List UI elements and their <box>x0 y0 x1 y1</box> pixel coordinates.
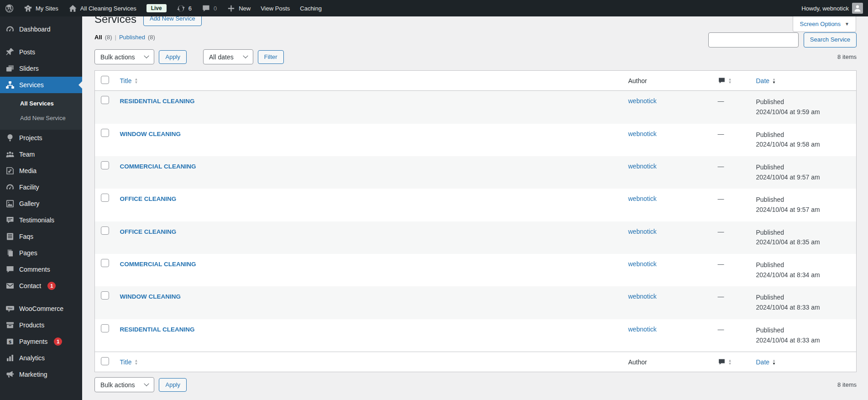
row-date-cell: Published2024/10/04 at 9:57 am <box>752 189 857 221</box>
date-filter-select[interactable]: All dates <box>203 49 253 64</box>
sidebar-item-dashboard[interactable]: Dashboard <box>0 21 82 37</box>
filter-all-count: (8) <box>105 34 112 41</box>
author-link[interactable]: webnotick <box>628 130 657 137</box>
comments-value: — <box>718 195 724 202</box>
author-link[interactable]: webnotick <box>628 260 657 268</box>
submenu-item-all-services[interactable]: All Services <box>0 96 82 111</box>
row-checkbox[interactable] <box>101 194 109 202</box>
chevron-down-icon <box>144 53 149 58</box>
service-title-link[interactable]: RESIDENTIAL CLEANING <box>120 98 195 105</box>
author-link[interactable]: webnotick <box>628 163 657 170</box>
howdy-text: Howdy, webnotick <box>801 5 849 12</box>
row-checkbox[interactable] <box>101 96 109 104</box>
row-checkbox[interactable] <box>101 324 109 332</box>
date-filter-value: All dates <box>209 53 234 61</box>
admin-bar-item-comments[interactable]: 0 <box>197 0 222 16</box>
admin-bar-item-wordpress-logo[interactable] <box>0 0 19 16</box>
balloon-icon <box>5 133 15 142</box>
sidebar-item-label: Projects <box>19 133 42 142</box>
sidebar-item-label: Faqs <box>19 232 33 241</box>
row-checkbox[interactable] <box>101 291 109 300</box>
row-author-cell: webnotick <box>624 189 713 221</box>
filter-all-link[interactable]: All <box>94 34 102 41</box>
table-row: WINDOW CLEANINGwebnotick—Published2024/1… <box>95 286 857 319</box>
sidebar-item-sliders[interactable]: Sliders <box>0 60 82 77</box>
bulk-actions-select[interactable]: Bulk actions <box>94 49 154 64</box>
author-link[interactable]: webnotick <box>628 228 657 235</box>
sidebar-item-services[interactable]: Services <box>0 77 82 93</box>
select-all-checkbox[interactable] <box>101 357 109 365</box>
service-title-link[interactable]: WINDOW CLEANING <box>120 293 181 300</box>
sort-arrows-icon: ▲▼ <box>728 78 732 84</box>
column-label-title[interactable]: Title <box>120 358 132 366</box>
comment-bubble-icon <box>202 4 210 13</box>
bulk-actions-select-bottom[interactable]: Bulk actions <box>94 377 154 392</box>
sidebar-item-facility[interactable]: Facility <box>0 179 82 195</box>
column-label-date[interactable]: Date <box>756 358 770 366</box>
search-service-button[interactable]: Search Service <box>804 32 857 47</box>
sidebar-item-marketing[interactable]: Marketing <box>0 366 82 383</box>
filter-divider: | <box>115 34 116 41</box>
row-checkbox[interactable] <box>101 226 109 235</box>
list-icon <box>5 232 15 241</box>
apply-button-bottom[interactable]: Apply <box>159 378 187 392</box>
sidebar-item-payments[interactable]: $Payments1 <box>0 333 82 350</box>
service-title-link[interactable]: RESIDENTIAL CLEANING <box>120 326 195 333</box>
row-checkbox[interactable] <box>101 129 109 137</box>
row-date: 2024/10/04 at 9:59 am <box>756 107 852 117</box>
account-menu[interactable]: Howdy, webnotick <box>796 0 868 16</box>
service-title-link[interactable]: COMMERCIAL CLEANING <box>120 261 196 268</box>
service-title-link[interactable]: OFFICE CLEANING <box>120 195 177 202</box>
sidebar-item-gallery[interactable]: Gallery <box>0 195 82 212</box>
update-icon <box>177 4 185 13</box>
column-label-date[interactable]: Date <box>756 77 770 84</box>
filter-button[interactable]: Filter <box>258 50 284 64</box>
author-link[interactable]: webnotick <box>628 326 657 333</box>
row-checkbox[interactable] <box>101 259 109 267</box>
comments-value: — <box>718 228 724 235</box>
service-title-link[interactable]: COMMERCIAL CLEANING <box>120 163 196 170</box>
search-input[interactable] <box>708 32 799 47</box>
author-link[interactable]: webnotick <box>628 97 657 105</box>
items-count: 8 items <box>837 53 857 60</box>
row-title-cell: WINDOW CLEANING <box>115 124 624 156</box>
service-title-link[interactable]: OFFICE CLEANING <box>120 228 177 235</box>
media-icon <box>5 166 15 175</box>
row-date: 2024/10/04 at 8:33 am <box>756 336 852 346</box>
sidebar-item-media[interactable]: Media <box>0 163 82 179</box>
sidebar-item-posts[interactable]: Posts <box>0 44 82 60</box>
row-title-cell: RESIDENTIAL CLEANING <box>115 91 624 124</box>
filter-published-link[interactable]: Published <box>119 34 145 41</box>
sort-arrows-icon: ▲▼ <box>134 359 138 365</box>
admin-bar-item-live-badge[interactable]: Live <box>141 0 172 16</box>
admin-bar-item-caching[interactable]: Caching <box>295 0 327 16</box>
chevron-down-icon <box>243 53 248 58</box>
select-all-checkbox[interactable] <box>101 76 109 84</box>
author-link[interactable]: webnotick <box>628 293 657 300</box>
submenu-item-add-new-service[interactable]: Add New Service <box>0 111 82 126</box>
admin-bar-item-my-sites[interactable]: My Sites <box>19 0 63 16</box>
sidebar-item-projects[interactable]: Projects <box>0 130 82 146</box>
service-title-link[interactable]: WINDOW CLEANING <box>120 131 181 137</box>
apply-button[interactable]: Apply <box>159 50 187 64</box>
admin-bar-item-updates[interactable]: 6 <box>172 0 197 16</box>
sidebar-item-analytics[interactable]: Analytics <box>0 350 82 366</box>
sort-desc-icon: ▼ <box>728 362 732 365</box>
sidebar-item-testimonials[interactable]: Testimonials <box>0 212 82 228</box>
sidebar-item-comments[interactable]: Comments <box>0 261 82 278</box>
sidebar-item-contact[interactable]: Contact1 <box>0 278 82 294</box>
admin-bar-item-view-posts[interactable]: View Posts <box>256 0 295 16</box>
admin-bar-item-site-name[interactable]: All Cleaning Services <box>63 0 141 16</box>
column-label-title[interactable]: Title <box>120 77 132 84</box>
envelope-icon <box>5 281 15 290</box>
sidebar-item-pages[interactable]: Pages <box>0 245 82 261</box>
sidebar-item-woocommerce[interactable]: WooWooCommerce <box>0 300 82 317</box>
sidebar-item-faqs[interactable]: Faqs <box>0 228 82 245</box>
admin-bar-item-new[interactable]: New <box>222 0 256 16</box>
author-link[interactable]: webnotick <box>628 195 657 202</box>
sidebar-item-team[interactable]: Team <box>0 146 82 163</box>
sidebar-item-products[interactable]: Products <box>0 317 82 333</box>
svg-text:Woo: Woo <box>8 307 12 310</box>
row-checkbox[interactable] <box>101 161 109 169</box>
sort-arrows-icon: ▲▼ <box>772 78 776 84</box>
